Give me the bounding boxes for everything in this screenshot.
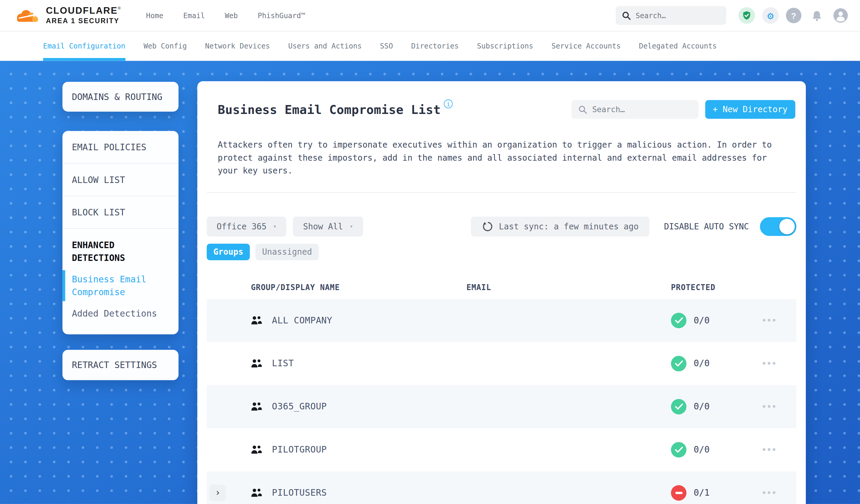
sidebar-item-email-policies[interactable]: EMAIL POLICIES bbox=[62, 131, 178, 164]
sidebar-policies-card: EMAIL POLICIES ALLOW LIST BLOCK LIST ENH… bbox=[62, 131, 178, 334]
chevron-down-icon: ▾ bbox=[273, 223, 276, 229]
table-row: › LIST 0/0 bbox=[207, 342, 797, 385]
column-group-display-name: GROUP/DISPLAY NAME bbox=[251, 283, 466, 291]
search-icon bbox=[622, 11, 631, 20]
page-title: Business Email Compromise List bbox=[218, 103, 441, 116]
tab-sso[interactable]: SSO bbox=[380, 31, 393, 61]
sidebar-item-allow-list[interactable]: ALLOW LIST bbox=[62, 164, 178, 196]
list-search-input[interactable] bbox=[571, 100, 699, 119]
cloudflare-cloud-icon bbox=[15, 7, 40, 24]
content-canvas: DOMAINS & ROUTING EMAIL POLICIES ALLOW L… bbox=[0, 61, 860, 504]
check-icon bbox=[675, 317, 683, 323]
cloudflare-logo[interactable]: CLOUDFLARE® AREA 1 SECURITY bbox=[15, 6, 120, 25]
row-actions-menu[interactable] bbox=[755, 405, 796, 408]
protected-status-icon bbox=[671, 485, 687, 501]
table-body: › ALL COMPANY 0/0 › bbox=[207, 299, 797, 504]
group-icon bbox=[251, 316, 262, 325]
row-actions-menu[interactable] bbox=[755, 319, 796, 322]
column-protected: PROTECTED bbox=[671, 283, 755, 291]
protected-status-icon bbox=[671, 356, 687, 371]
protected-count: 0/0 bbox=[694, 401, 710, 412]
protected-status-icon bbox=[671, 399, 687, 414]
list-search[interactable] bbox=[571, 100, 699, 119]
primary-nav: Home Email Web PhishGuard™ bbox=[146, 11, 305, 20]
chevron-down-icon: ▾ bbox=[350, 223, 353, 229]
new-directory-button[interactable]: + New Directory bbox=[705, 100, 796, 119]
chevron-right-icon: › bbox=[215, 488, 220, 498]
protected-count: 0/0 bbox=[694, 315, 710, 326]
registered-mark: ® bbox=[118, 6, 121, 10]
nav-web[interactable]: Web bbox=[225, 11, 238, 20]
tab-users-and-actions[interactable]: Users and Actions bbox=[288, 31, 361, 61]
last-sync-label: Last sync: a few minutes ago bbox=[499, 221, 639, 231]
group-icon bbox=[251, 359, 262, 368]
bell-icon[interactable] bbox=[808, 7, 825, 24]
sidebar-item-domains-routing[interactable]: DOMAINS & ROUTING bbox=[62, 82, 178, 112]
tab-unassigned[interactable]: Unassigned bbox=[255, 243, 318, 260]
user-icon[interactable] bbox=[832, 7, 849, 24]
toggle-knob bbox=[779, 219, 795, 234]
table-row: › O365_GROUP 0/0 bbox=[207, 385, 797, 428]
search-icon bbox=[578, 105, 587, 115]
refresh-icon bbox=[482, 221, 493, 232]
info-icon[interactable]: i bbox=[444, 99, 453, 108]
bec-list-panel: Business Email Compromise List i + New D… bbox=[197, 81, 806, 504]
table-row: › PILOTGROUP 0/0 bbox=[207, 428, 797, 471]
protected-count: 0/1 bbox=[694, 487, 710, 498]
tab-subscriptions[interactable]: Subscriptions bbox=[477, 31, 533, 61]
tab-delegated-accounts[interactable]: Delegated Accounts bbox=[639, 31, 717, 61]
enhanced-detections-title: ENHANCED DETECTIONS bbox=[72, 239, 169, 264]
sidebar-item-retract-settings[interactable]: RETRACT SETTINGS bbox=[62, 350, 178, 380]
logo-subtitle: AREA 1 SECURITY bbox=[46, 18, 120, 25]
column-email: EMAIL bbox=[467, 283, 671, 291]
filter-row: Office 365 ▾ Show All ▾ Last sync: a few… bbox=[207, 216, 797, 236]
group-icon bbox=[251, 402, 262, 411]
table-row: › ALL COMPANY 0/0 bbox=[207, 299, 797, 342]
check-icon bbox=[675, 360, 683, 366]
table-header: GROUP/DISPLAY NAME EMAIL PROTECTED bbox=[207, 275, 797, 299]
row-actions-menu[interactable] bbox=[755, 491, 796, 494]
enhanced-detections-section: ENHANCED DETECTIONS Business Email Compr… bbox=[62, 229, 178, 320]
tab-directories[interactable]: Directories bbox=[411, 31, 459, 61]
protected-count: 0/0 bbox=[694, 444, 710, 455]
shield-check-icon[interactable] bbox=[738, 7, 755, 24]
protected-status-icon bbox=[671, 312, 687, 328]
group-name: ALL COMPANY bbox=[272, 315, 467, 326]
row-actions-menu[interactable] bbox=[755, 448, 796, 451]
description-text: Attackers often try to impersonate execu… bbox=[218, 139, 779, 178]
check-icon bbox=[675, 403, 683, 410]
sidebar-item-block-list[interactable]: BLOCK LIST bbox=[62, 196, 178, 229]
help-icon[interactable]: ? bbox=[786, 8, 801, 23]
tab-service-accounts[interactable]: Service Accounts bbox=[551, 31, 621, 61]
sidebar-item-added-detections[interactable]: Added Detections bbox=[72, 307, 169, 320]
group-name: PILOTUSERS bbox=[272, 487, 467, 498]
group-icon bbox=[251, 488, 262, 498]
tab-email-configuration[interactable]: Email Configuration bbox=[43, 31, 125, 61]
sidebar-item-business-email-compromise[interactable]: Business Email Compromise bbox=[72, 273, 169, 299]
global-search-input[interactable] bbox=[616, 6, 726, 25]
group-name: LIST bbox=[272, 358, 467, 369]
directory-select[interactable]: Office 365 ▾ bbox=[207, 216, 287, 236]
global-search[interactable] bbox=[616, 6, 726, 25]
top-header: CLOUDFLARE® AREA 1 SECURITY Home Email W… bbox=[0, 0, 860, 31]
screenshot-stage: CLOUDFLARE® AREA 1 SECURITY Home Email W… bbox=[0, 0, 860, 504]
group-name: O365_GROUP bbox=[272, 401, 467, 412]
view-tabs: Groups Unassigned bbox=[207, 243, 797, 260]
tab-network-devices[interactable]: Network Devices bbox=[205, 31, 270, 61]
tab-web-config[interactable]: Web Config bbox=[143, 31, 187, 61]
divider bbox=[207, 192, 797, 192]
last-sync-button[interactable]: Last sync: a few minutes ago bbox=[471, 216, 650, 236]
nav-home[interactable]: Home bbox=[146, 11, 163, 20]
row-actions-menu[interactable] bbox=[755, 362, 796, 365]
show-filter-select[interactable]: Show All ▾ bbox=[293, 216, 363, 236]
tab-groups[interactable]: Groups bbox=[207, 243, 250, 260]
gear-icon[interactable]: ⚙ bbox=[762, 7, 779, 24]
title-row: Business Email Compromise List i + New D… bbox=[218, 100, 796, 119]
nav-phishguard[interactable]: PhishGuard™ bbox=[258, 11, 305, 20]
auto-sync-toggle[interactable] bbox=[760, 217, 797, 236]
group-icon bbox=[251, 445, 262, 454]
row-expand-button[interactable]: › bbox=[210, 484, 226, 501]
sidebar: DOMAINS & ROUTING EMAIL POLICIES ALLOW L… bbox=[62, 82, 178, 400]
nav-email[interactable]: Email bbox=[183, 11, 205, 20]
config-nav: Email Configuration Web Config Network D… bbox=[0, 31, 860, 61]
